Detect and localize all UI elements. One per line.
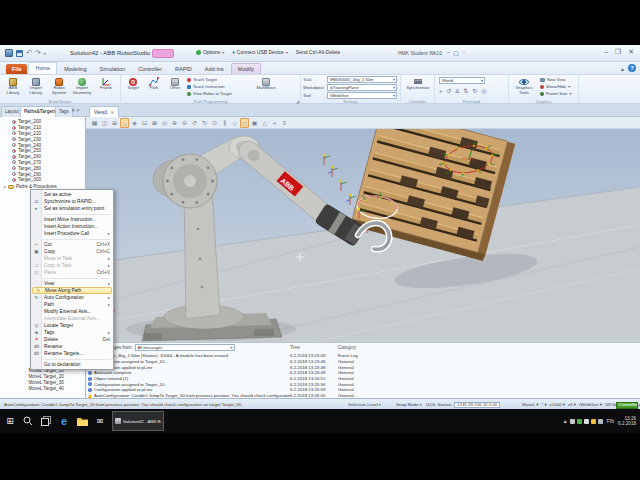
tray-icon-4[interactable] <box>591 419 596 424</box>
other-button[interactable]: Other <box>165 76 185 99</box>
tab-modify[interactable]: Modify <box>231 63 261 74</box>
tab-simulation[interactable]: Simulation <box>93 64 131 74</box>
tab-file[interactable]: File <box>6 64 27 74</box>
menu-item-locate-target[interactable]: ◎Locate Target <box>31 322 113 329</box>
menu-item-move-along-path[interactable]: ✎Move Along Path <box>32 287 112 294</box>
menu-item-view[interactable]: View▸ <box>31 280 113 287</box>
menu-item-move-to-task[interactable]: →Move to Task▸ <box>31 255 113 262</box>
robot-system-button[interactable]: Robot System <box>48 76 70 99</box>
view-center-icon[interactable]: ◫ <box>100 118 109 128</box>
import-library-button[interactable]: Import Library <box>25 76 47 99</box>
menu-item-paste[interactable]: ▤PasteCtrl+V <box>31 269 113 276</box>
frame-size-button[interactable]: Frame Size▾ <box>540 90 571 97</box>
tab-home[interactable]: Home <box>28 62 57 74</box>
undo-icon[interactable]: ↶ <box>26 48 32 58</box>
look-at-icon[interactable]: ◎ <box>160 118 169 128</box>
teach-instruction-button[interactable]: Teach Instruction <box>187 83 225 90</box>
tool-combo[interactable]: tWeldGun▾ <box>327 92 397 99</box>
options-menu[interactable]: Options <box>203 49 220 55</box>
menu-item-copy-to-task[interactable]: ⇉Copy to Task▸ <box>31 262 113 269</box>
snap-mode-dropdown[interactable]: Snap Mode▾ <box>396 402 421 407</box>
viewport-3d[interactable]: ABB <box>86 129 640 342</box>
jog-linear-icon[interactable]: ⇅ <box>463 87 468 94</box>
menu-item-go-to-declaration[interactable]: Go to declaration <box>31 361 113 368</box>
undo-view-icon[interactable]: ↺ <box>190 118 199 128</box>
abb-library-button[interactable]: ABB Library <box>2 76 24 99</box>
file-explorer-icon[interactable] <box>74 412 90 430</box>
new-view-button[interactable]: New View <box>540 76 566 83</box>
redo-view-icon[interactable]: ↻ <box>200 118 209 128</box>
import-geometry-button[interactable]: Import Geometry <box>71 76 93 99</box>
minimize-icon[interactable]: – <box>604 48 608 56</box>
graphics-tools-button[interactable]: Graphics Tools <box>511 76 537 99</box>
tab-controller[interactable]: Controller <box>132 64 168 74</box>
search-icon[interactable] <box>20 412 36 430</box>
selection-part-icon[interactable]: ▣ <box>250 118 259 128</box>
target-button[interactable]: Target <box>123 76 143 99</box>
move-icon[interactable]: + <box>439 88 443 94</box>
help-icon[interactable]: ? <box>628 64 636 72</box>
menu-item-copy[interactable]: ▣CopyCtrl+C <box>31 248 113 255</box>
levels-icon[interactable]: ≡ <box>280 118 289 128</box>
perspective-icon[interactable]: ⊖ <box>180 118 189 128</box>
menu-item-interpolate-external-axis[interactable]: Interpolate External Axis... <box>31 315 113 322</box>
menu-item-set-as-simulation-entry-point[interactable]: ▸Set as simulation entry point <box>31 205 113 212</box>
multirobot-jog-icon[interactable]: ◎ <box>481 87 486 94</box>
menu-item-insert-action-instruction[interactable]: Insert Action Instruction... <box>31 223 113 230</box>
task-view-icon[interactable] <box>38 412 54 430</box>
menu-item-delete[interactable]: ×DeleteDel <box>31 336 113 343</box>
tray-icon-2[interactable] <box>577 419 582 424</box>
instruction-arg-movel[interactable]: MoveL ▾ <box>522 402 538 407</box>
mail-icon[interactable]: ✉ <box>92 412 108 430</box>
show-hide-button[interactable]: Show/Hide▾ <box>540 83 570 90</box>
snap-edge-icon[interactable]: ◇ <box>230 118 239 128</box>
zoom-out-icon[interactable]: ⊠ <box>150 118 159 128</box>
clock[interactable]: 13:266.2.2018 <box>618 416 636 426</box>
panel-close-icon[interactable]: × <box>77 107 80 113</box>
workobject-combo[interactable]: wTrainingPlane▾ <box>327 84 397 91</box>
selection-surface-icon[interactable]: □ <box>240 118 249 128</box>
vm-restore-icon[interactable]: ▢ <box>453 49 459 56</box>
measure-icon[interactable]: + <box>270 118 279 128</box>
menu-item-synchronize-to-rapid[interactable]: ⇄Synchronize to RAPID... <box>31 198 113 205</box>
collapse-ribbon-icon[interactable]: ▴ <box>621 65 624 72</box>
menu-item-insert-move-instruction[interactable]: Insert Move Instruction... <box>31 216 113 223</box>
edge-icon[interactable]: e <box>56 412 72 430</box>
tree-item-movel-target-40[interactable]: →MoveL Target_40 <box>0 385 86 391</box>
path-button[interactable]: Path <box>144 76 164 99</box>
tray-icon-5[interactable] <box>598 419 603 424</box>
menu-item-auto-configuration[interactable]: ↻Auto Configuration▸ <box>31 294 113 301</box>
redo-icon[interactable]: ↷ <box>35 48 41 58</box>
close-icon[interactable]: ✕ <box>628 48 634 56</box>
projection-icon[interactable]: ⊕ <box>170 118 179 128</box>
app-icon[interactable] <box>5 49 13 57</box>
tree-item-target-300[interactable]: Target_300 <box>0 177 85 183</box>
menu-item-path[interactable]: Path▸ <box>31 301 113 308</box>
multimove-button[interactable]: MultiMove <box>253 76 279 99</box>
column-header-category[interactable]: Category <box>338 345 356 350</box>
menu-item-insert-procedure-call[interactable]: Insert Procedure Call▸ <box>31 230 113 237</box>
tray-icon-1[interactable] <box>570 419 575 424</box>
taskbar-app-button[interactable]: Solution42 - ABB R... <box>112 411 164 431</box>
vm-search-icon[interactable]: ◌ <box>462 49 466 56</box>
viewport-tab[interactable]: View1✕ <box>89 106 119 117</box>
rotate-icon[interactable]: ↺ <box>447 87 452 94</box>
tray-show-hidden-icon[interactable]: ▲ <box>563 418 568 424</box>
instruction-arg-tweldgun[interactable]: tWeldGun ▾ <box>579 402 602 407</box>
panel-pin-icon[interactable]: ▾ <box>72 107 75 113</box>
zoom-window-icon[interactable]: ⊞ <box>110 118 119 128</box>
synchronize-button[interactable]: Synchronize <box>406 76 430 99</box>
jog-reorient-icon[interactable]: ↻ <box>472 87 477 94</box>
jog-joint-icon[interactable]: ∆ <box>456 88 460 94</box>
ucs-indicator[interactable]: UCS: Station <box>426 402 451 407</box>
zoom-in-icon[interactable]: ⊡ <box>140 118 149 128</box>
connect-usb-menu[interactable]: Connect USB Device <box>237 49 284 55</box>
snap-grid-icon[interactable]: ∥ <box>220 118 229 128</box>
selection-level-dropdown[interactable]: Selection Level▾ <box>348 402 381 407</box>
controller-status-badge[interactable]: Controller status: 1/1 <box>616 402 638 409</box>
menu-item-set-as-active[interactable]: Set as active <box>31 191 113 198</box>
restore-icon[interactable]: ❐ <box>615 48 621 56</box>
tab-addins[interactable]: Add-Ins <box>199 64 230 74</box>
coordinates-box[interactable]: 1245.49 706.10 0.00 <box>454 402 500 408</box>
tab-tags[interactable]: Tags <box>55 106 73 117</box>
